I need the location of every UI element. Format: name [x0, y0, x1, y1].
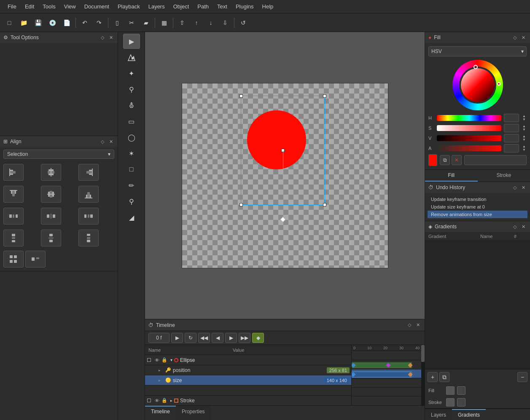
lower-bottom-button[interactable]: ⇩	[218, 16, 232, 29]
s-value[interactable]: 255	[504, 124, 519, 132]
lower-button[interactable]: ↓	[204, 16, 218, 29]
h-down[interactable]: ▼	[522, 118, 527, 121]
fill-swatch-1[interactable]	[446, 386, 455, 395]
row-expand-ellipse[interactable]: ▾	[170, 358, 172, 362]
timeline-scrollbar[interactable]	[421, 345, 425, 406]
node-tool[interactable]	[123, 50, 140, 65]
align-right-edge-button[interactable]	[78, 164, 99, 181]
last-frame-button[interactable]: ▶▶	[239, 333, 250, 343]
align-grid-button[interactable]	[3, 251, 24, 268]
wheel-cursor-sv[interactable]	[497, 82, 500, 86]
zoom-tool[interactable]: ⚲	[123, 82, 140, 97]
open-button[interactable]: 📁	[17, 16, 30, 29]
save-copy-button[interactable]: 💿	[46, 16, 59, 29]
group-button[interactable]: ▦	[157, 16, 171, 29]
menu-view[interactable]: View	[60, 2, 80, 11]
3d-box-tool[interactable]: □	[123, 162, 140, 177]
tab-gradients[interactable]: Gradients	[452, 409, 486, 420]
redo-button[interactable]: ↷	[92, 16, 106, 29]
a-slider[interactable]	[437, 145, 501, 151]
undo-item-2[interactable]: Remove animations from size	[428, 211, 527, 218]
timeline-close[interactable]: ✕	[414, 322, 421, 329]
distribute-bottom-button[interactable]	[78, 230, 99, 246]
align-left-edge-button[interactable]	[3, 164, 24, 181]
fill-close[interactable]: ✕	[520, 34, 527, 41]
timeline-scrollbar-thumb[interactable]	[421, 345, 425, 362]
select-tool[interactable]: ▶	[123, 34, 140, 49]
position-expand[interactable]: ▸	[159, 368, 164, 372]
color-delete-button[interactable]: ✕	[452, 155, 462, 165]
a-value[interactable]: 255	[504, 144, 519, 152]
size-expand[interactable]: ▸	[159, 378, 164, 383]
menu-layers[interactable]: Layers	[144, 2, 169, 11]
h-slider[interactable]	[437, 115, 501, 121]
star-tool[interactable]: ✶	[123, 146, 140, 161]
wheel-cursor-hue[interactable]	[474, 65, 478, 69]
row-checkbox-ellipse[interactable]: ☐	[145, 356, 153, 364]
v-slider[interactable]	[437, 135, 501, 141]
distribute-center-button[interactable]	[41, 208, 61, 225]
s-slider[interactable]	[437, 125, 501, 131]
row-eye-stroke[interactable]: 👁	[153, 397, 160, 404]
ellipse-object[interactable]	[247, 110, 306, 169]
undo-item-0[interactable]: Update keyframe transition	[428, 195, 527, 203]
fill-swatch-2[interactable]	[457, 386, 465, 395]
tweak-tool[interactable]: ✦	[123, 66, 140, 81]
measure-tool[interactable]: ⛢	[123, 98, 140, 113]
add-gradient-button[interactable]: +	[428, 372, 438, 382]
a-down[interactable]: ▼	[522, 148, 527, 152]
cut-button[interactable]: ✂	[125, 16, 138, 29]
s-down[interactable]: ▼	[522, 128, 527, 131]
stroke-expand[interactable]: ▸	[170, 399, 172, 403]
align-bottom-edge-button[interactable]	[78, 186, 99, 203]
paste-button[interactable]: ▰	[139, 16, 153, 29]
copy-button[interactable]: ▯	[110, 16, 124, 29]
keyframe-button[interactable]: ◆	[252, 333, 264, 343]
hex-input[interactable]: #ff0a00	[464, 155, 527, 165]
menu-document[interactable]: Document	[80, 2, 113, 11]
tool-options-close[interactable]: ✕	[108, 34, 114, 41]
menu-edit[interactable]: Edit	[21, 2, 38, 11]
raise-top-button[interactable]: ⇧	[175, 16, 189, 29]
menu-tools[interactable]: Tools	[38, 2, 59, 11]
row-eye-ellipse[interactable]: 👁	[153, 357, 160, 364]
menu-file[interactable]: File	[3, 2, 21, 11]
gradients-close[interactable]: ✕	[520, 223, 527, 230]
undo-button[interactable]: ↶	[78, 16, 91, 29]
align-float[interactable]: ◇	[99, 138, 106, 145]
row-checkbox-stroke[interactable]: ☐	[145, 397, 153, 404]
copy-gradient-button[interactable]: ⧉	[439, 372, 449, 382]
tab-layers[interactable]: Layers	[425, 409, 452, 420]
v-value[interactable]: 255	[504, 134, 519, 142]
stroke-tab[interactable]: Stroke	[478, 170, 530, 182]
center-horizontal-button[interactable]	[41, 186, 61, 203]
tab-properties[interactable]: Properties	[176, 406, 211, 420]
fill-tab[interactable]: Fill	[425, 170, 478, 182]
center-vertical-button[interactable]	[41, 164, 61, 181]
undo-item-1[interactable]: Update size keyframe at 0	[428, 203, 527, 211]
menu-text[interactable]: Text	[213, 2, 231, 11]
undo-close[interactable]: ✕	[520, 184, 527, 191]
new-button[interactable]: □	[3, 16, 16, 29]
timeline-float[interactable]: ◇	[406, 322, 413, 329]
raise-button[interactable]: ↑	[190, 16, 203, 29]
canvas-area[interactable]	[145, 32, 425, 319]
fill-tool[interactable]: ◢	[123, 210, 140, 225]
remove-gradient-button[interactable]: −	[517, 372, 527, 382]
loop-button[interactable]: ↻	[185, 333, 196, 343]
distribute-top-button[interactable]	[3, 230, 24, 246]
play-button[interactable]: ▶	[171, 333, 183, 343]
save-button[interactable]: 💾	[31, 16, 45, 29]
ellipse-tool[interactable]: ◯	[123, 130, 140, 145]
align-dropdown[interactable]: Selection ▾	[3, 150, 114, 159]
color-copy-button[interactable]: ⧉	[440, 155, 450, 165]
next-frame-button[interactable]: ▶	[225, 333, 237, 343]
first-frame-button[interactable]: ◀◀	[198, 333, 210, 343]
gradients-float[interactable]: ◇	[511, 223, 518, 230]
tool-options-float[interactable]: ◇	[99, 34, 106, 41]
align-top-edge-button[interactable]	[3, 186, 24, 203]
tab-timeline[interactable]: Timeline	[145, 406, 176, 420]
stroke-swatch-1[interactable]	[446, 398, 455, 407]
rotate-ccw-button[interactable]: ↺	[237, 16, 250, 29]
menu-object[interactable]: Object	[169, 2, 194, 11]
